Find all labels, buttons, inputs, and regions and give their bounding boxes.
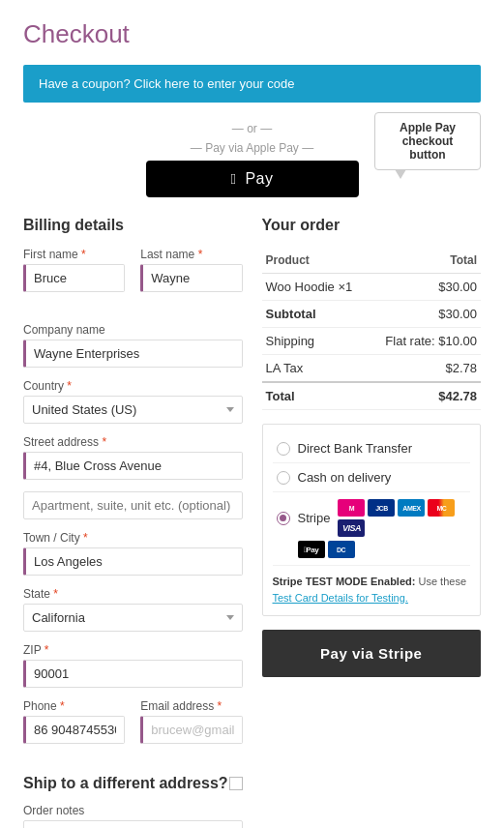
order-title: Your order [262,217,482,234]
apt-input[interactable] [23,491,243,519]
apple-pay-tooltip: Apple Pay checkout button [374,112,481,170]
ship-title: Ship to a different address? [23,775,228,792]
order-row-total: $30.00 [369,274,481,301]
jcb-icon: JCB [368,499,395,517]
col-total: Total [369,248,481,274]
phone-group: Phone * [23,699,125,744]
cod-label: Cash on delivery [298,470,392,485]
zip-label: ZIP * [23,643,243,657]
contact-row: Phone * Email address * [23,699,243,755]
payment-section: Direct Bank Transfer Cash on delivery St… [262,424,482,616]
maestro-icon: M [338,499,365,517]
city-label: Town / City * [23,531,243,545]
apple-pay-button-label: Pay [245,170,273,187]
email-input[interactable] [140,716,242,744]
stripe-card-icons: M JCB AMEX MC VISA [338,499,466,537]
apple-icon:  [230,170,236,187]
zip-group: ZIP * [23,643,243,688]
order-row-product: Shipping [262,328,369,355]
notes-textarea[interactable] [23,820,243,828]
zip-input[interactable] [23,660,243,688]
main-content: Billing details First name * Last name *… [23,217,481,828]
company-group: Company name [23,323,243,368]
city-input[interactable] [23,547,243,576]
coupon-text: Have a coupon? Click here to enter your … [39,76,295,91]
mastercard-icon: MC [428,499,455,517]
last-name-input[interactable] [140,264,242,292]
apt-group [23,491,243,519]
stripe-note-text: Use these [418,576,466,587]
order-row-total: $2.78 [369,355,481,383]
street-label: Street address * [23,435,243,449]
payment-stripe[interactable]: Stripe M JCB AMEX MC VISA Pay DC [273,492,471,566]
pay-stripe-button[interactable]: Pay via Stripe [262,630,482,677]
order-row-product: Woo Hoodie ×1 [262,274,369,301]
apple-pay-section: — or — — Pay via Apple Pay —  Pay Apple… [23,122,481,197]
country-select[interactable]: United States (US) [23,396,243,424]
ship-section: Ship to a different address? [23,775,243,792]
state-group: State * California [23,587,243,632]
name-row: First name * Last name * [23,248,243,304]
last-name-label: Last name * [140,248,242,261]
radio-stripe [277,512,290,525]
stripe-note-link[interactable]: Test Card Details for Testing. [273,592,408,604]
order-row: Total$42.78 [262,382,482,410]
order-row-total: $42.78 [369,382,481,410]
order-row-total: $30.00 [369,301,481,328]
order-row: LA Tax$2.78 [262,355,482,383]
first-name-group: First name * [23,248,125,292]
first-name-label: First name * [23,248,125,261]
visa-icon: VISA [338,519,365,537]
order-row-total: Flat rate: $10.00 [369,328,481,355]
order-row-product: Total [262,382,369,410]
ship-checkbox[interactable] [229,777,243,790]
page-title: Checkout [23,19,481,49]
ship-header: Ship to a different address? [23,775,243,792]
first-name-input[interactable] [23,264,125,292]
apple-pay-button[interactable]:  Pay [146,161,359,197]
company-input[interactable] [23,340,243,368]
order-table: Product Total Woo Hoodie ×1$30.00Subtota… [262,248,482,410]
stripe-note-strong: Stripe TEST MODE Enabled: [273,576,416,587]
country-group: Country * United States (US) [23,379,243,424]
order-row: Subtotal$30.00 [262,301,482,328]
applepay-icon: Pay [298,541,325,558]
billing-title: Billing details [23,217,243,234]
order-section: Your order Product Total Woo Hoodie ×1$3… [262,217,482,828]
stripe-label: Stripe [298,511,331,525]
order-row-product: Subtotal [262,301,369,328]
coupon-bar[interactable]: Have a coupon? Click here to enter your … [23,65,481,103]
notes-label: Order notes [23,804,243,817]
amex-icon: AMEX [398,499,425,517]
col-product: Product [262,248,369,274]
last-name-group: Last name * [140,248,242,292]
phone-label: Phone * [23,699,125,713]
or-divider: — or — [146,122,359,135]
radio-bank [277,442,290,456]
phone-input[interactable] [23,716,125,744]
state-label: State * [23,587,243,601]
payment-bank[interactable]: Direct Bank Transfer [273,434,471,463]
stripe-note: Stripe TEST MODE Enabled: Use these Test… [273,574,471,606]
diners-icon: DC [328,541,355,558]
order-notes-section: Order notes [23,804,243,828]
city-group: Town / City * [23,531,243,576]
payment-cod[interactable]: Cash on delivery [273,463,471,492]
order-row-product: LA Tax [262,355,369,383]
street-input[interactable] [23,452,243,480]
country-label: Country * [23,379,243,393]
tooltip-container: Apple Pay checkout button [374,112,481,170]
street-group: Street address * [23,435,243,480]
pay-via-label: — Pay via Apple Pay — [146,141,359,155]
company-label: Company name [23,323,243,337]
email-group: Email address * [140,699,242,744]
state-select[interactable]: California [23,604,243,632]
billing-section: Billing details First name * Last name *… [23,217,243,828]
email-label: Email address * [140,699,242,713]
radio-cod [277,471,290,485]
bank-label: Direct Bank Transfer [298,441,413,456]
order-row: ShippingFlat rate: $10.00 [262,328,482,355]
order-row: Woo Hoodie ×1$30.00 [262,274,482,301]
